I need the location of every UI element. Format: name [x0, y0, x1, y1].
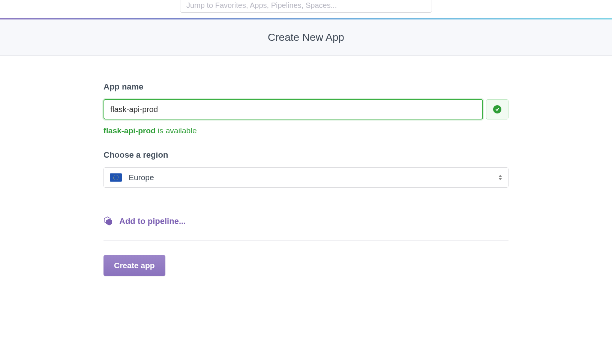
app-name-input[interactable] — [104, 99, 483, 119]
region-label: Choose a region — [104, 150, 508, 160]
check-circle-icon — [493, 105, 501, 113]
validation-indicator — [486, 99, 508, 119]
eu-flag-icon — [110, 173, 122, 182]
divider — [104, 202, 508, 202]
global-search-input[interactable] — [180, 0, 432, 13]
region-section: Choose a region Europe — [104, 150, 508, 188]
page-title: Create New App — [0, 31, 612, 43]
create-app-form: App name flask-api-prod is available Cho… — [104, 56, 508, 291]
region-selected-value: Europe — [129, 173, 154, 182]
svg-marker-0 — [498, 175, 502, 177]
select-arrows-icon — [498, 175, 502, 180]
top-bar — [0, 0, 612, 18]
availability-app-name: flask-api-prod — [104, 126, 156, 135]
pipeline-link-label: Add to pipeline... — [119, 216, 186, 226]
create-app-button[interactable]: Create app — [104, 255, 165, 276]
availability-suffix: is available — [156, 126, 197, 135]
app-name-row — [104, 99, 508, 119]
region-select[interactable]: Europe — [104, 167, 508, 188]
svg-marker-1 — [498, 178, 502, 180]
availability-message: flask-api-prod is available — [104, 126, 508, 135]
app-name-label: App name — [104, 82, 508, 92]
page-header: Create New App — [0, 19, 612, 56]
pipeline-icon — [104, 216, 113, 226]
add-to-pipeline-link[interactable]: Add to pipeline... — [104, 216, 508, 226]
divider — [104, 240, 508, 241]
svg-marker-3 — [106, 219, 112, 225]
